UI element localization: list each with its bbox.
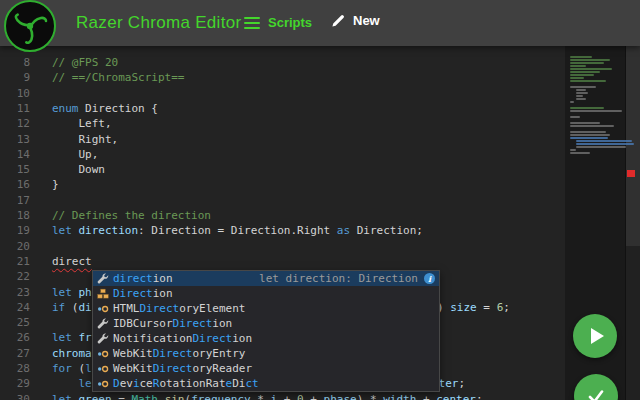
suggestion-item[interactable]: WebKitDirectoryReader bbox=[93, 361, 439, 376]
minimap-line bbox=[570, 71, 600, 73]
minimap-line bbox=[570, 101, 574, 103]
code-line[interactable]: 12 Left, bbox=[0, 116, 565, 132]
minimap-line bbox=[570, 59, 610, 61]
code-line[interactable]: 9// ==/ChromaScript== bbox=[0, 70, 565, 86]
code-line[interactable]: 11enum Direction { bbox=[0, 101, 565, 117]
code-text: chroma bbox=[52, 346, 92, 361]
line-number: 9 bbox=[0, 70, 30, 85]
error-marker bbox=[627, 170, 635, 177]
code-token bbox=[52, 377, 79, 390]
line-number: 20 bbox=[0, 239, 30, 254]
code-text: let ph bbox=[52, 285, 92, 300]
code-text: Left, bbox=[52, 116, 112, 131]
code-line[interactable]: 30let green = Math.sin(frequency * i + 0… bbox=[0, 392, 565, 400]
info-icon[interactable]: i bbox=[424, 273, 435, 284]
code-text: Down bbox=[52, 162, 105, 177]
scripts-menu-label: Scripts bbox=[268, 15, 312, 30]
code-line[interactable]: 18// Defines the direction bbox=[0, 208, 565, 224]
code-token: if bbox=[52, 301, 65, 314]
suggestion-item[interactable]: Direction bbox=[93, 286, 439, 301]
code-token: ; bbox=[503, 301, 510, 314]
iface-icon bbox=[96, 377, 109, 390]
new-script-label: New bbox=[353, 13, 380, 28]
minimap-line bbox=[576, 140, 632, 142]
line-number: 23 bbox=[0, 285, 30, 300]
code-line[interactable]: 20 bbox=[0, 239, 565, 255]
minimap-line bbox=[570, 125, 614, 127]
code-text: let direction: Direction = Direction.Rig… bbox=[52, 223, 423, 238]
suggestion-item[interactable]: IDBCursorDirection bbox=[93, 316, 439, 331]
line-number: 11 bbox=[0, 101, 30, 116]
code-token: let bbox=[52, 331, 72, 344]
scrollbar-slider[interactable] bbox=[626, 46, 640, 246]
code-text: // Defines the direction bbox=[52, 208, 211, 223]
line-number: 25 bbox=[0, 315, 30, 330]
run-script-button[interactable] bbox=[573, 314, 617, 358]
code-text: Right, bbox=[52, 132, 118, 147]
code-text: enum Direction { bbox=[52, 101, 158, 116]
code-token: = bbox=[112, 393, 132, 400]
minimap-line bbox=[570, 65, 586, 67]
code-text: direct bbox=[52, 254, 92, 269]
suggestion-label: DeviceRotationRateDict bbox=[113, 377, 259, 390]
code-token: green bbox=[72, 393, 112, 400]
minimap-line bbox=[576, 146, 626, 148]
suggestion-item[interactable]: WebKitDirectoryEntry bbox=[93, 346, 439, 361]
code-token: Direction { bbox=[79, 102, 158, 115]
suggestion-label: direction bbox=[113, 272, 173, 285]
line-number: 19 bbox=[0, 223, 30, 238]
play-icon bbox=[591, 328, 604, 344]
minimap-line bbox=[570, 137, 608, 139]
code-token: . bbox=[158, 393, 165, 400]
wrench-icon bbox=[96, 332, 109, 345]
code-line[interactable]: 13 Right, bbox=[0, 132, 565, 148]
code-token: chroma bbox=[52, 347, 92, 360]
wrench-icon bbox=[96, 317, 109, 330]
code-line[interactable]: 15 Down bbox=[0, 162, 565, 178]
code-token: di bbox=[79, 301, 92, 314]
code-line[interactable]: 10 bbox=[0, 86, 565, 102]
line-number: 13 bbox=[0, 132, 30, 147]
code-token: ) * bbox=[357, 393, 384, 400]
code-text: } bbox=[52, 177, 59, 192]
code-line[interactable]: 8// @FPS 20 bbox=[0, 55, 565, 71]
code-token: phase bbox=[324, 393, 357, 400]
code-text: le bbox=[52, 376, 92, 391]
minimap-line bbox=[570, 134, 610, 136]
code-token: Direction; bbox=[350, 224, 423, 237]
new-script-button[interactable]: New bbox=[331, 13, 380, 28]
code-line[interactable]: 16} bbox=[0, 177, 565, 193]
line-number: 24 bbox=[0, 300, 30, 315]
code-line[interactable]: 17 bbox=[0, 193, 565, 209]
code-token: let bbox=[52, 224, 72, 237]
minimap-line bbox=[570, 110, 622, 112]
minimap-line bbox=[570, 122, 600, 124]
code-token: // Defines the direction bbox=[52, 209, 211, 222]
code-token: center bbox=[436, 393, 476, 400]
iface-icon bbox=[96, 362, 109, 375]
code-token: 0 bbox=[297, 393, 304, 400]
code-token: : Direction = Direction.Right bbox=[138, 224, 337, 237]
page-title: Razer Chroma Editor bbox=[76, 13, 241, 33]
iface-icon bbox=[96, 302, 109, 315]
minimap-line bbox=[570, 131, 606, 133]
line-number: 30 bbox=[0, 392, 30, 400]
code-token: ( bbox=[72, 362, 85, 375]
code-token: let bbox=[52, 393, 72, 400]
suggestion-item[interactable]: HTMLDirectoryElement bbox=[93, 301, 439, 316]
code-text-fragment: ) size = 6; bbox=[437, 300, 510, 315]
suggestion-item[interactable]: directionlet direction: Directioni bbox=[93, 271, 439, 286]
suggestion-item[interactable]: NotificationDirection bbox=[93, 331, 439, 346]
code-token: fr bbox=[72, 331, 92, 344]
code-line[interactable]: 21direct bbox=[0, 254, 565, 270]
minimap-line bbox=[570, 149, 576, 151]
minimap-line bbox=[570, 68, 612, 70]
minimap-line bbox=[576, 98, 586, 100]
code-line[interactable]: 19let direction: Direction = Direction.R… bbox=[0, 223, 565, 239]
suggestion-item[interactable]: DeviceRotationRateDict bbox=[93, 376, 439, 391]
minimap-line bbox=[570, 152, 590, 154]
scripts-menu-button[interactable]: Scripts bbox=[244, 15, 312, 30]
code-token: // @FPS 20 bbox=[52, 56, 118, 69]
code-line[interactable]: 14 Up, bbox=[0, 147, 565, 163]
code-token: ph bbox=[72, 286, 92, 299]
